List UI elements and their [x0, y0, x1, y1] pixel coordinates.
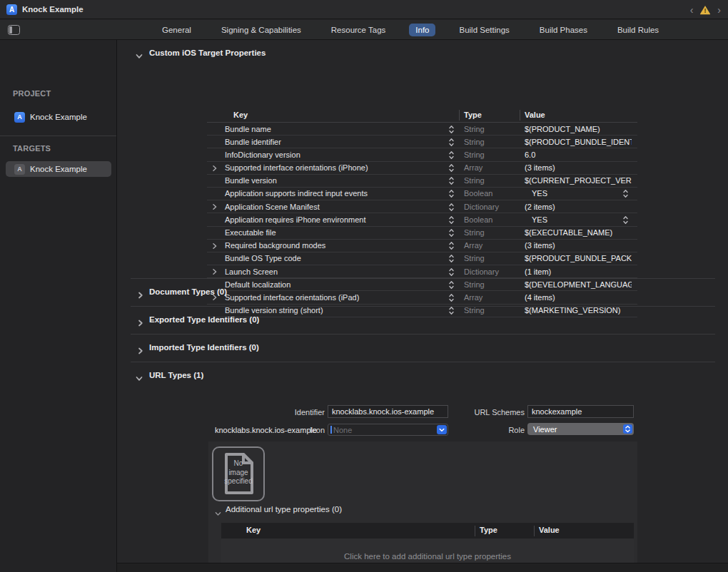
disclosure-chevron-icon[interactable] [211, 203, 218, 212]
additional-properties-title: Additional url type properties (0) [226, 505, 342, 514]
tab-build-phases[interactable]: Build Phases [533, 24, 594, 36]
identifier-field[interactable] [328, 405, 448, 418]
chevron-down-icon[interactable] [136, 50, 143, 57]
key-stepper-icon[interactable] [448, 293, 455, 304]
property-value: 6.0 [525, 150, 632, 159]
tab-build-rules[interactable]: Build Rules [611, 24, 665, 36]
tab-signing-capabilities[interactable]: Signing & Capabilities [215, 24, 308, 36]
column-header-key[interactable]: Key [233, 111, 248, 119]
icon-combobox[interactable]: None [328, 424, 448, 436]
property-value: $(PRODUCT_BUNDLE_IDENT [525, 138, 632, 146]
property-row[interactable]: InfoDictionary versionString6.0 [207, 148, 637, 161]
disclosure-chevron-icon[interactable] [211, 165, 218, 173]
property-value: $(CURRENT_PROJECT_VERS [525, 176, 632, 185]
section-title-imported-type-identifiers: Imported Type Identifiers (0) [149, 343, 259, 352]
property-value: $(PRODUCT_BUNDLE_PACKA [525, 254, 632, 262]
section-title-exported-type-identifiers: Exported Type Identifiers (0) [149, 315, 259, 324]
key-stepper-icon[interactable] [448, 228, 455, 239]
property-row[interactable]: Application Scene ManifestDictionary(2 i… [207, 200, 637, 213]
key-stepper-icon[interactable] [448, 176, 455, 187]
key-stepper-icon[interactable] [448, 163, 455, 174]
icon-label: Icon [271, 426, 325, 434]
property-type: Dictionary [464, 267, 499, 276]
tab-resource-tags[interactable]: Resource Tags [325, 24, 393, 36]
section-title-custom-properties: Custom iOS Target Properties [149, 48, 266, 57]
disclosure-chevron-icon[interactable] [211, 242, 218, 251]
property-type: String [464, 228, 485, 237]
property-row[interactable]: Launch ScreenDictionary(1 item) [207, 265, 637, 278]
key-stepper-icon[interactable] [448, 254, 455, 265]
property-type: Array [464, 163, 482, 172]
key-stepper-icon[interactable] [448, 267, 455, 278]
identifier-label: Identifier [271, 408, 325, 417]
property-value: (2 items) [525, 203, 632, 211]
property-key: Application requires iPhone environment [225, 215, 366, 224]
key-stepper-icon[interactable] [448, 306, 455, 317]
chevron-down-icon[interactable] [215, 507, 222, 514]
editor-tabs: General Signing & Capabilities Resource … [156, 20, 665, 40]
chevron-right-icon[interactable] [137, 317, 144, 324]
property-type: Array [464, 241, 482, 250]
property-value: (4 items) [525, 293, 632, 302]
sidebar-item-project[interactable]: A Knock Example [6, 109, 111, 125]
title-bar: A Knock Example ‹ ! › [0, 0, 728, 19]
section-divider [131, 334, 715, 334]
property-row[interactable]: Bundle OS Type codeString$(PRODUCT_BUNDL… [207, 252, 637, 265]
property-key: Application supports indirect input even… [225, 189, 368, 198]
property-type: String [464, 306, 485, 315]
key-stepper-icon[interactable] [448, 203, 455, 213]
column-header-type[interactable]: Type [480, 526, 497, 534]
url-type-image-well[interactable]: No image specified [212, 446, 265, 501]
key-stepper-icon[interactable] [448, 150, 455, 161]
column-header-type[interactable]: Type [464, 111, 482, 119]
chevron-down-icon[interactable] [136, 372, 143, 379]
back-button[interactable]: ‹ [689, 5, 695, 15]
key-stepper-icon[interactable] [448, 215, 455, 226]
property-row[interactable]: Supported interface orientations (iPad)A… [207, 291, 637, 304]
tab-build-settings[interactable]: Build Settings [453, 24, 515, 36]
section-divider [131, 362, 715, 362]
key-stepper-icon[interactable] [448, 125, 455, 136]
key-stepper-icon[interactable] [448, 280, 455, 291]
boolean-stepper-icon[interactable] [622, 189, 629, 200]
sidebar-toggle-icon[interactable] [8, 25, 20, 35]
boolean-stepper-icon[interactable] [622, 215, 629, 226]
key-stepper-icon[interactable] [448, 138, 455, 148]
property-row[interactable]: Application supports indirect input even… [207, 188, 637, 200]
property-type: String [464, 254, 485, 262]
tab-general[interactable]: General [156, 24, 198, 36]
property-value: $(EXECUTABLE_NAME) [525, 228, 632, 237]
targets-section-label: TARGETS [13, 144, 51, 153]
warning-badge-icon[interactable]: ! [699, 5, 711, 15]
editor-bottom-bar [117, 563, 728, 572]
property-row[interactable]: Bundle identifierString$(PRODUCT_BUNDLE_… [207, 136, 637, 148]
disclosure-chevron-icon[interactable] [211, 268, 218, 277]
property-key: InfoDictionary version [225, 150, 300, 159]
column-header-value[interactable]: Value [525, 111, 545, 119]
property-row[interactable]: Required background modesArray(3 items) [207, 240, 637, 252]
sidebar-item-target[interactable]: A Knock Example [6, 161, 111, 177]
column-header-key[interactable]: Key [246, 526, 261, 534]
key-stepper-icon[interactable] [448, 241, 455, 252]
property-row[interactable]: Bundle nameString$(PRODUCT_NAME) [207, 123, 637, 136]
key-stepper-icon[interactable] [448, 189, 455, 200]
property-row[interactable]: Application requires iPhone environmentB… [207, 213, 637, 226]
property-row[interactable]: Default localizationString$(DEVELOPMENT_… [207, 278, 637, 291]
column-header-value[interactable]: Value [539, 526, 560, 534]
xcode-window: A Knock Example ‹ ! › General Signing & … [0, 0, 728, 572]
property-type: Array [464, 293, 482, 302]
chevron-right-icon[interactable] [137, 289, 144, 296]
property-row[interactable]: Executable fileString$(EXECUTABLE_NAME) [207, 227, 637, 240]
property-row[interactable]: Bundle versionString$(CURRENT_PROJECT_VE… [207, 175, 637, 188]
combo-dropdown-button[interactable] [437, 425, 447, 434]
url-schemes-field[interactable] [527, 405, 634, 418]
forward-button[interactable]: › [716, 5, 722, 15]
section-title-document-types: Document Types (0) [149, 287, 227, 296]
role-popup[interactable]: Viewer [527, 423, 634, 435]
section-divider [131, 278, 715, 279]
property-row[interactable]: Supported interface orientations (iPhone… [207, 162, 637, 175]
tab-info[interactable]: Info [409, 24, 435, 36]
property-type: String [464, 176, 485, 185]
chevron-right-icon[interactable] [137, 344, 144, 352]
property-value: YES [525, 189, 612, 198]
